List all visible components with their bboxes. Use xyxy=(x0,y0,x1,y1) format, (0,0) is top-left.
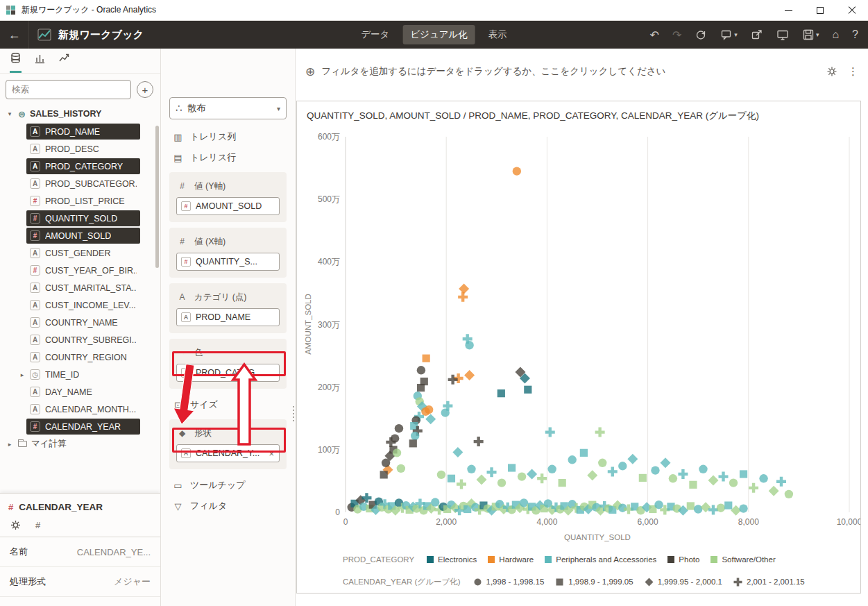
scatter-point[interactable] xyxy=(580,449,588,457)
legend-item-photo[interactable]: Photo xyxy=(667,555,699,564)
header-tab-データ[interactable]: データ xyxy=(353,25,397,44)
scatter-point[interactable] xyxy=(689,481,697,489)
present-button[interactable] xyxy=(776,28,789,41)
scatter-point[interactable] xyxy=(487,467,497,477)
scatter-point[interactable] xyxy=(595,428,605,437)
field-calendar-year[interactable]: #CALENDAR_YEAR xyxy=(0,418,160,435)
scatter-point[interactable] xyxy=(477,475,487,485)
scatter-point[interactable] xyxy=(425,405,433,414)
field-cust-year-of-bir-[interactable]: #CUST_YEAR_OF_BIR... xyxy=(0,262,160,279)
scatter-point[interactable] xyxy=(380,471,388,478)
header-tab-ビジュアル化[interactable]: ビジュアル化 xyxy=(402,25,475,44)
legend-item-electronics[interactable]: Electronics xyxy=(427,555,477,564)
viz-type-dropdown[interactable]: ∴ 散布 ▾ xyxy=(169,97,287,119)
scatter-point[interactable] xyxy=(776,477,786,487)
scatter-point[interactable] xyxy=(587,470,597,480)
drop-target-size[interactable]: ⊡サイズ xyxy=(169,394,287,415)
scatter-point[interactable] xyxy=(417,366,425,374)
scatter-point[interactable] xyxy=(417,384,425,392)
scatter-point[interactable] xyxy=(513,167,521,175)
panel-resize-handle[interactable] xyxy=(293,406,294,421)
scatter-point[interactable] xyxy=(654,500,663,509)
scatter-point[interactable] xyxy=(608,466,618,476)
dataset-expand-icon[interactable]: ▾ xyxy=(6,110,14,117)
chip-amount-sold[interactable]: #AMOUNT_SOLD xyxy=(176,197,280,215)
scatter-point[interactable] xyxy=(669,474,677,482)
scatter-point[interactable] xyxy=(497,389,505,397)
scatter-point[interactable] xyxy=(694,505,702,513)
notes-button[interactable]: ▾ xyxy=(720,28,738,41)
tab-analytics[interactable] xyxy=(58,52,70,73)
scatter-point[interactable] xyxy=(724,501,732,509)
scatter-point[interactable] xyxy=(423,355,430,362)
scatter-point[interactable] xyxy=(527,469,537,479)
drop-target-trellis-rows[interactable]: ▤トレリス行 xyxy=(169,147,287,168)
scatter-point[interactable] xyxy=(678,469,688,479)
field-prod-name[interactable]: APROD_NAME xyxy=(0,123,160,140)
legend-item-shape-diamond[interactable]: 1,999.95 - 2,000.1 xyxy=(645,578,722,587)
field-country-name[interactable]: ACOUNTRY_NAME xyxy=(0,314,160,331)
legend-item-peripherals-and-accessories[interactable]: Peripherals and Accessories xyxy=(545,555,656,564)
chip-prod-categ-[interactable]: APROD_CATEG... xyxy=(176,364,280,382)
scatter-point[interactable] xyxy=(382,459,390,467)
drop-target-trellis-columns[interactable]: ▥トレリス列 xyxy=(169,126,287,147)
redo-button[interactable]: ↷ xyxy=(672,28,681,42)
field-cust-marital-sta-[interactable]: ACUST_MARITAL_STA... xyxy=(0,279,160,296)
scatter-point[interactable] xyxy=(437,471,445,479)
field-calendar-month-[interactable]: ACALENDAR_MONTH... xyxy=(0,401,160,418)
scatter-point[interactable] xyxy=(441,408,450,416)
field-prod-subcategor-[interactable]: APROD_SUBCATEGOR... xyxy=(0,175,160,192)
scatter-point[interactable] xyxy=(559,479,566,487)
tree-scrollbar[interactable] xyxy=(155,126,159,268)
field-prod-category[interactable]: APROD_CATEGORY xyxy=(0,158,160,175)
scatter-point[interactable] xyxy=(448,375,458,385)
field-cust-gender[interactable]: ACUST_GENDER xyxy=(0,244,160,262)
field-time-id[interactable]: ▸◷TIME_ID xyxy=(0,366,160,383)
scatter-point[interactable] xyxy=(759,474,767,482)
remove-chip-icon[interactable]: × xyxy=(268,448,275,459)
home-button[interactable]: ⌂ xyxy=(832,28,839,41)
field-cust-income-lev-[interactable]: ACUST_INCOME_LEV... xyxy=(0,296,160,314)
legend-item-shape-circle[interactable]: 1,998 - 1,998.15 xyxy=(473,578,545,587)
drop-target-color[interactable]: ◔色APROD_CATEG... xyxy=(169,339,287,389)
scatter-point[interactable] xyxy=(699,465,707,473)
field-country-region[interactable]: ACOUNTRY_REGION xyxy=(0,348,160,366)
tab-visualizations[interactable] xyxy=(34,52,46,73)
scatter-point[interactable] xyxy=(568,455,577,464)
scatter-point[interactable] xyxy=(547,465,556,473)
property-row[interactable]: 名前CALENDAR_YE... xyxy=(0,537,160,567)
scatter-point[interactable] xyxy=(497,478,506,487)
scatter-point[interactable] xyxy=(719,472,729,482)
field-quantity-sold[interactable]: #QUANTITY_SOLD xyxy=(0,210,160,227)
chip-quantity-s-[interactable]: #QUANTITY_S... xyxy=(176,253,280,271)
scatter-point[interactable] xyxy=(465,341,473,349)
chip-prod-name[interactable]: APROD_NAME xyxy=(176,308,280,326)
undo-button[interactable]: ↶ xyxy=(650,28,659,42)
scatter-point[interactable] xyxy=(661,457,671,468)
scatter-point[interactable] xyxy=(785,490,793,498)
scatter-point[interactable] xyxy=(458,292,468,302)
add-filter-icon[interactable]: ⊕ xyxy=(305,65,315,79)
scatter-point[interactable] xyxy=(448,475,455,482)
scatter-point[interactable] xyxy=(457,479,466,489)
canvas-menu-kebab-icon[interactable]: ⋮ xyxy=(848,65,858,78)
scatter-point[interactable] xyxy=(452,447,463,457)
header-tab-表示[interactable]: 表示 xyxy=(481,25,515,44)
dataset-sales-history[interactable]: ▾ ⊜ SALES_HISTORY xyxy=(0,105,160,123)
add-dataset-button[interactable]: + xyxy=(137,81,153,98)
export-button[interactable] xyxy=(751,28,763,41)
field-prod-desc[interactable]: APROD_DESC xyxy=(0,140,160,158)
number-format-tab-icon[interactable]: # xyxy=(35,520,40,530)
scatter-point[interactable] xyxy=(708,475,718,486)
legend-item-software-other[interactable]: Software/Other xyxy=(710,555,775,564)
scatter-point[interactable] xyxy=(651,466,659,474)
scatter-point[interactable] xyxy=(769,486,779,496)
canvas-settings-gear-icon[interactable] xyxy=(826,65,838,78)
my-calculations-expand-icon[interactable]: ▸ xyxy=(6,441,14,448)
search-input[interactable] xyxy=(6,80,131,99)
field-prod-list-price[interactable]: #PROD_LIST_PRICE xyxy=(0,192,160,210)
scatter-point[interactable] xyxy=(618,462,627,470)
field-amount-sold[interactable]: #AMOUNT_SOLD xyxy=(0,227,160,244)
property-row[interactable]: 処理形式メジャー xyxy=(0,567,160,597)
back-button[interactable]: ← xyxy=(0,21,29,49)
